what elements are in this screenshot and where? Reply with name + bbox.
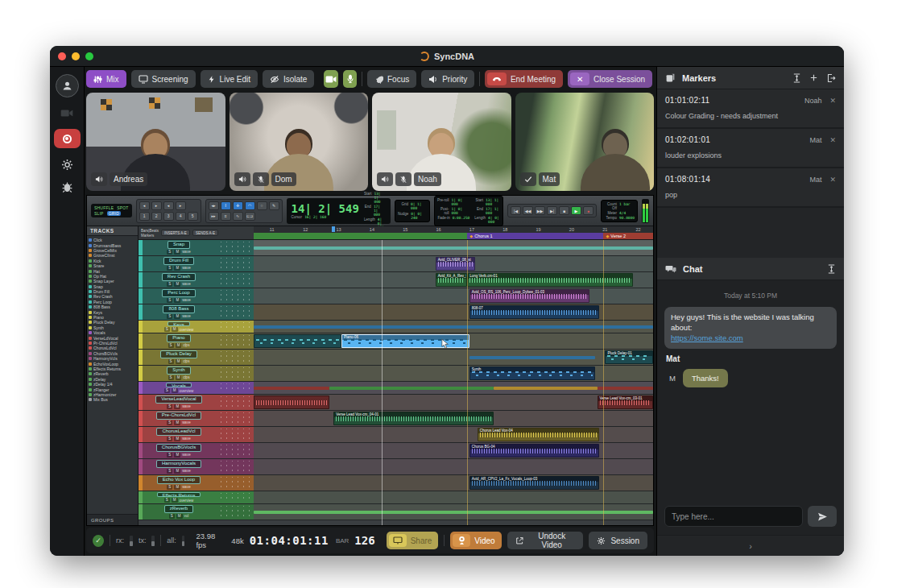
mute-button[interactable]: M [176, 343, 182, 348]
track-name[interactable]: Perc Loop [162, 289, 195, 297]
video-tile-mat[interactable]: Mat [515, 93, 655, 191]
panel-footer[interactable]: › [657, 535, 844, 556]
track-header[interactable]: zReverbSMvol [139, 504, 254, 520]
solo-button[interactable]: S [167, 404, 172, 409]
selector-tool[interactable]: I [221, 201, 231, 210]
track-header[interactable]: ChorusLeadVclSMwave [139, 427, 254, 442]
zoom-arrow-button[interactable]: ◂ [163, 201, 174, 210]
track-name[interactable]: Snap [167, 241, 190, 249]
edit-mode-slip[interactable]: SLIP [94, 211, 104, 216]
track-header[interactable]: SnapSMwave [139, 240, 254, 255]
mute-button[interactable]: M [174, 298, 180, 303]
track-name[interactable]: HarmonyVocals [156, 460, 201, 468]
zoom-window-button[interactable] [85, 52, 93, 60]
track-name[interactable]: Drum Fill [163, 257, 194, 265]
share-button[interactable]: Share [387, 532, 439, 549]
mute-button[interactable]: M [174, 485, 180, 490]
zoom-arrow-button[interactable]: ◂ [139, 201, 150, 210]
grabber-tool[interactable]: ✛ [233, 201, 243, 210]
close-window-button[interactable] [58, 52, 66, 60]
undock-video-button[interactable]: Undock Video [507, 532, 584, 549]
marker-item[interactable]: 01:02:01:01Mat✕louder explosions [657, 129, 844, 168]
mute-button[interactable]: M [174, 250, 180, 255]
track-name[interactable]: VerseLeadVocal [155, 395, 201, 404]
export-markers-icon[interactable] [826, 73, 836, 83]
solo-button[interactable]: S [167, 469, 172, 474]
zoom-preset-4[interactable]: 4 [176, 212, 186, 221]
audio-clip[interactable]: 808-07 [469, 305, 599, 319]
track-name[interactable]: Vocals [166, 383, 192, 387]
audio-clip[interactable]: Verse Lead Vox-cm_03-01 [598, 395, 653, 409]
collapse-expand-icon[interactable] [792, 73, 801, 83]
smart-tool[interactable]: ◠ [245, 201, 255, 210]
camera-toggle-button[interactable] [324, 70, 337, 88]
audio-clip[interactable]: Avid_Kit_A_Rev_Cr [436, 273, 468, 287]
audio-clip[interactable]: Avid_OS_RS_106_Perc_Loop_Dybee_01-03 [469, 289, 589, 303]
mute-button[interactable]: M [174, 282, 180, 287]
focus-button[interactable]: Focus [367, 70, 416, 88]
minimize-window-button[interactable] [72, 52, 80, 60]
track-lane[interactable]: Avid_OS_RS_106_Perc_Loop_Dybee_01-03 [254, 288, 653, 304]
track-lane[interactable]: Verse Lead Vox-cm_03-01 [254, 395, 653, 410]
solo-button[interactable]: S [167, 437, 172, 441]
edit-modes[interactable]: SHUFFLESPOTSLIPGRID [91, 204, 132, 217]
track-header[interactable]: SynthSMclps [139, 366, 254, 381]
track-lane[interactable] [254, 459, 653, 474]
edit-mode-shuffle[interactable]: SHUFFLE [94, 205, 114, 210]
bars-beats-ruler-label[interactable]: Bars|Beats [141, 229, 159, 233]
collapse-expand-icon[interactable] [827, 264, 836, 274]
send-message-button[interactable] [808, 506, 837, 527]
marker-item[interactable]: 01:08:01:14Mat✕pop [657, 168, 844, 208]
zoom-arrow-button[interactable]: ▸ [151, 201, 162, 210]
play-button[interactable]: ▶ [571, 206, 581, 215]
mute-button[interactable]: M [176, 514, 183, 519]
audio-clip[interactable]: Verse Lead Vox-cm_04-01 [333, 412, 493, 425]
clip-segment[interactable] [254, 511, 653, 514]
video-tile-andreas[interactable]: Andreas [86, 93, 225, 191]
track-name[interactable]: Keys [167, 321, 189, 326]
close-session-button[interactable]: ✕ Close Session [568, 70, 652, 88]
zoom-preset-3[interactable]: 3 [163, 212, 174, 221]
track-lane[interactable] [254, 321, 653, 333]
track-name[interactable]: Pluck Delay [160, 350, 197, 358]
track-header[interactable]: KeysSMoverview [139, 321, 254, 333]
marker-item[interactable]: 01:01:02:11Noah✕Colour Grading - needs a… [657, 89, 844, 129]
audio-clip[interactable]: Avid_OLIVER_08_st [436, 257, 476, 271]
trim-tool[interactable]: ◂▸ [209, 201, 219, 210]
zoom-arrow-button[interactable]: ▸ [176, 201, 186, 210]
solo-button[interactable]: S [167, 453, 172, 458]
solo-button[interactable]: S [164, 388, 170, 393]
track-lane[interactable]: Chorus Lead Vox-04 [254, 427, 653, 442]
clip-segment[interactable] [494, 387, 598, 390]
track-lane[interactable] [254, 491, 653, 503]
video-button[interactable]: Video [450, 532, 501, 549]
settings-gear-icon[interactable] [61, 159, 73, 171]
track-name[interactable]: zReverb [164, 505, 193, 513]
waveform-view[interactable]: ∿ [233, 212, 243, 221]
video-tile-noah[interactable]: Noah [372, 93, 511, 191]
mute-button[interactable]: M [174, 314, 180, 319]
solo-button[interactable]: S [167, 485, 172, 490]
zoom-preset-2[interactable]: 2 [151, 212, 162, 221]
markers-ruler-label[interactable]: Markers [141, 234, 159, 238]
solo-button[interactable]: S [168, 359, 174, 364]
pencil-tool[interactable]: ✎ [269, 201, 279, 210]
mix-tab-button[interactable]: Mix [86, 70, 126, 88]
track-name[interactable]: Effects Returns [157, 492, 201, 497]
inserts-column-header[interactable]: INSERTS A-E [161, 230, 190, 236]
stop-button[interactable]: ■ [559, 206, 569, 215]
clip-segment[interactable] [329, 387, 493, 390]
link-timeline[interactable]: ≡ [221, 212, 231, 221]
ruler-section[interactable]: ◆Chorus 1 [467, 233, 603, 239]
audio-clip[interactable] [254, 395, 329, 409]
mute-button[interactable]: M [174, 420, 180, 425]
bug-report-icon[interactable] [62, 181, 72, 193]
mute-button[interactable]: M [174, 404, 180, 409]
priority-button[interactable]: Priority [421, 70, 474, 88]
tempo-panel[interactable]: Count Off1 barMeter4/4Tempo90.0000 [601, 200, 638, 222]
track-name[interactable]: ChorusLeadVcl [156, 428, 201, 436]
track-header[interactable]: ChorusBGVoclsSMwave [139, 443, 254, 458]
track-header[interactable]: Rev CrashSMwave [139, 272, 254, 288]
track-lane[interactable]: Piano-06 [254, 333, 653, 349]
add-marker-icon[interactable] [809, 73, 818, 82]
